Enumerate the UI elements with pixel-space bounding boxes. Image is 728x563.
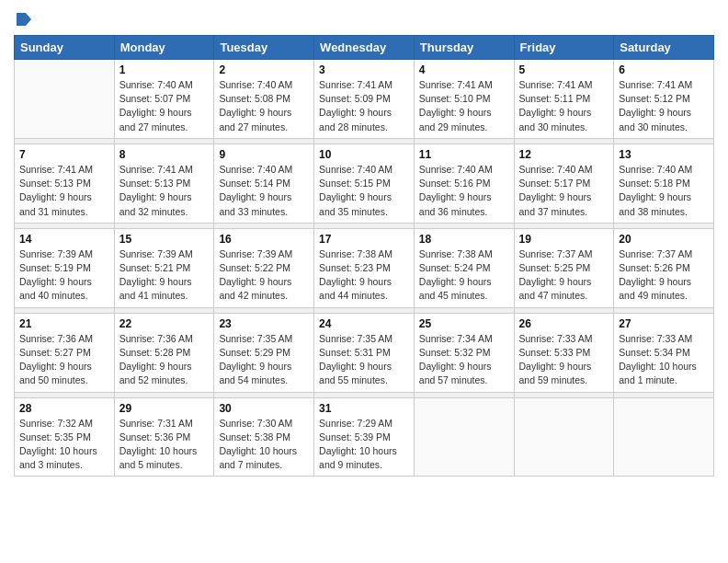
calendar-cell-week0-day3: 3Sunrise: 7:41 AMSunset: 5:09 PMDaylight… xyxy=(314,60,415,139)
day-number: 8 xyxy=(119,148,210,161)
calendar-cell-week4-day2: 30Sunrise: 7:30 AMSunset: 5:38 PMDayligh… xyxy=(214,397,314,477)
day-info: Sunrise: 7:30 AMSunset: 5:38 PMDaylight:… xyxy=(219,417,309,473)
day-info: Sunrise: 7:36 AMSunset: 5:27 PMDaylight:… xyxy=(19,332,109,388)
calendar-cell-week0-day4: 4Sunrise: 7:41 AMSunset: 5:10 PMDaylight… xyxy=(414,60,514,139)
calendar-cell-week1-day4: 11Sunrise: 7:40 AMSunset: 5:16 PMDayligh… xyxy=(414,144,514,223)
day-info: Sunrise: 7:34 AMSunset: 5:32 PMDaylight:… xyxy=(419,332,509,388)
calendar-cell-week0-day2: 2Sunrise: 7:40 AMSunset: 5:08 PMDaylight… xyxy=(214,60,314,139)
calendar-cell-week4-day6 xyxy=(614,397,714,477)
day-number: 29 xyxy=(119,402,210,415)
calendar-cell-week3-day2: 23Sunrise: 7:35 AMSunset: 5:29 PMDayligh… xyxy=(214,313,314,392)
day-info: Sunrise: 7:41 AMSunset: 5:12 PMDaylight:… xyxy=(619,78,709,134)
day-number: 27 xyxy=(619,317,709,330)
calendar-cell-week2-day1: 15Sunrise: 7:39 AMSunset: 5:21 PMDayligh… xyxy=(114,228,214,307)
calendar-cell-week0-day6: 6Sunrise: 7:41 AMSunset: 5:12 PMDaylight… xyxy=(614,60,714,139)
day-number: 21 xyxy=(19,317,109,330)
day-info: Sunrise: 7:41 AMSunset: 5:11 PMDaylight:… xyxy=(519,78,609,134)
calendar-cell-week0-day1: 1Sunrise: 7:40 AMSunset: 5:07 PMDaylight… xyxy=(114,60,214,139)
day-info: Sunrise: 7:35 AMSunset: 5:29 PMDaylight:… xyxy=(219,332,309,388)
day-number: 3 xyxy=(319,63,409,76)
page-header xyxy=(14,9,714,28)
day-number: 25 xyxy=(419,317,509,330)
calendar-week-row-2: 14Sunrise: 7:39 AMSunset: 5:19 PMDayligh… xyxy=(15,228,714,307)
day-info: Sunrise: 7:36 AMSunset: 5:28 PMDaylight:… xyxy=(119,332,210,388)
day-info: Sunrise: 7:33 AMSunset: 5:33 PMDaylight:… xyxy=(519,332,609,388)
calendar-cell-week1-day5: 12Sunrise: 7:40 AMSunset: 5:17 PMDayligh… xyxy=(514,144,614,223)
day-info: Sunrise: 7:40 AMSunset: 5:16 PMDaylight:… xyxy=(419,163,509,219)
calendar-week-row-4: 28Sunrise: 7:32 AMSunset: 5:35 PMDayligh… xyxy=(15,397,714,477)
calendar-cell-week4-day1: 29Sunrise: 7:31 AMSunset: 5:36 PMDayligh… xyxy=(114,397,214,477)
calendar-cell-week2-day5: 19Sunrise: 7:37 AMSunset: 5:25 PMDayligh… xyxy=(514,228,614,307)
calendar-cell-week2-day4: 18Sunrise: 7:38 AMSunset: 5:24 PMDayligh… xyxy=(414,228,514,307)
day-number: 11 xyxy=(419,148,509,161)
calendar-cell-week0-day0 xyxy=(15,60,115,139)
day-info: Sunrise: 7:41 AMSunset: 5:10 PMDaylight:… xyxy=(419,78,509,134)
day-info: Sunrise: 7:31 AMSunset: 5:36 PMDaylight:… xyxy=(119,417,210,473)
day-info: Sunrise: 7:40 AMSunset: 5:15 PMDaylight:… xyxy=(319,163,409,219)
day-info: Sunrise: 7:39 AMSunset: 5:22 PMDaylight:… xyxy=(219,247,309,304)
day-info: Sunrise: 7:33 AMSunset: 5:34 PMDaylight:… xyxy=(619,332,709,388)
day-number: 10 xyxy=(319,148,409,161)
day-number: 1 xyxy=(119,63,210,76)
day-number: 26 xyxy=(519,317,609,330)
day-info: Sunrise: 7:41 AMSunset: 5:13 PMDaylight:… xyxy=(119,163,210,219)
day-number: 4 xyxy=(419,63,509,76)
calendar-cell-week3-day1: 22Sunrise: 7:36 AMSunset: 5:28 PMDayligh… xyxy=(114,313,214,392)
day-number: 14 xyxy=(19,233,109,246)
svg-marker-0 xyxy=(17,13,31,26)
weekday-header-wednesday: Wednesday xyxy=(314,36,415,60)
day-number: 16 xyxy=(219,233,309,246)
calendar-cell-week0-day5: 5Sunrise: 7:41 AMSunset: 5:11 PMDaylight… xyxy=(514,60,614,139)
day-info: Sunrise: 7:39 AMSunset: 5:19 PMDaylight:… xyxy=(19,247,109,304)
weekday-header-tuesday: Tuesday xyxy=(214,36,314,60)
logo xyxy=(14,9,31,28)
day-number: 22 xyxy=(119,317,210,330)
day-info: Sunrise: 7:29 AMSunset: 5:39 PMDaylight:… xyxy=(319,417,409,473)
day-number: 28 xyxy=(19,402,109,415)
calendar-cell-week3-day3: 24Sunrise: 7:35 AMSunset: 5:31 PMDayligh… xyxy=(314,313,415,392)
day-info: Sunrise: 7:40 AMSunset: 5:08 PMDaylight:… xyxy=(219,78,309,134)
day-number: 23 xyxy=(219,317,309,330)
day-number: 20 xyxy=(619,233,709,246)
calendar-cell-week1-day2: 9Sunrise: 7:40 AMSunset: 5:14 PMDaylight… xyxy=(214,144,314,223)
day-number: 13 xyxy=(619,148,709,161)
day-info: Sunrise: 7:38 AMSunset: 5:23 PMDaylight:… xyxy=(319,247,409,304)
weekday-header-row: SundayMondayTuesdayWednesdayThursdayFrid… xyxy=(15,36,714,60)
calendar-table: SundayMondayTuesdayWednesdayThursdayFrid… xyxy=(14,35,714,477)
logo-icon xyxy=(15,11,31,28)
day-number: 19 xyxy=(519,233,609,246)
calendar-cell-week2-day0: 14Sunrise: 7:39 AMSunset: 5:19 PMDayligh… xyxy=(15,228,115,307)
day-number: 7 xyxy=(19,148,109,161)
day-info: Sunrise: 7:40 AMSunset: 5:14 PMDaylight:… xyxy=(219,163,309,219)
calendar-cell-week2-day3: 17Sunrise: 7:38 AMSunset: 5:23 PMDayligh… xyxy=(314,228,415,307)
calendar-cell-week1-day3: 10Sunrise: 7:40 AMSunset: 5:15 PMDayligh… xyxy=(314,144,415,223)
day-number: 30 xyxy=(219,402,309,415)
day-number: 18 xyxy=(419,233,509,246)
calendar-cell-week3-day0: 21Sunrise: 7:36 AMSunset: 5:27 PMDayligh… xyxy=(15,313,115,392)
day-number: 24 xyxy=(319,317,409,330)
day-info: Sunrise: 7:38 AMSunset: 5:24 PMDaylight:… xyxy=(419,247,509,304)
calendar-cell-week3-day4: 25Sunrise: 7:34 AMSunset: 5:32 PMDayligh… xyxy=(414,313,514,392)
calendar-cell-week4-day5 xyxy=(514,397,614,477)
day-info: Sunrise: 7:40 AMSunset: 5:18 PMDaylight:… xyxy=(619,163,709,219)
calendar-week-row-0: 1Sunrise: 7:40 AMSunset: 5:07 PMDaylight… xyxy=(15,60,714,139)
day-info: Sunrise: 7:35 AMSunset: 5:31 PMDaylight:… xyxy=(319,332,409,388)
day-info: Sunrise: 7:41 AMSunset: 5:09 PMDaylight:… xyxy=(319,78,409,134)
weekday-header-friday: Friday xyxy=(514,36,614,60)
day-info: Sunrise: 7:41 AMSunset: 5:13 PMDaylight:… xyxy=(19,163,109,219)
day-number: 12 xyxy=(519,148,609,161)
day-number: 2 xyxy=(219,63,309,76)
calendar-cell-week4-day0: 28Sunrise: 7:32 AMSunset: 5:35 PMDayligh… xyxy=(15,397,115,477)
calendar-cell-week4-day4 xyxy=(414,397,514,477)
calendar-cell-week2-day6: 20Sunrise: 7:37 AMSunset: 5:26 PMDayligh… xyxy=(614,228,714,307)
day-number: 31 xyxy=(319,402,409,415)
day-info: Sunrise: 7:37 AMSunset: 5:26 PMDaylight:… xyxy=(619,247,709,304)
day-number: 9 xyxy=(219,148,309,161)
calendar-cell-week3-day6: 27Sunrise: 7:33 AMSunset: 5:34 PMDayligh… xyxy=(614,313,714,392)
day-info: Sunrise: 7:32 AMSunset: 5:35 PMDaylight:… xyxy=(19,417,109,473)
calendar-week-row-1: 7Sunrise: 7:41 AMSunset: 5:13 PMDaylight… xyxy=(15,144,714,223)
weekday-header-monday: Monday xyxy=(114,36,214,60)
day-number: 5 xyxy=(519,63,609,76)
calendar-cell-week1-day0: 7Sunrise: 7:41 AMSunset: 5:13 PMDaylight… xyxy=(15,144,115,223)
calendar-cell-week1-day1: 8Sunrise: 7:41 AMSunset: 5:13 PMDaylight… xyxy=(114,144,214,223)
